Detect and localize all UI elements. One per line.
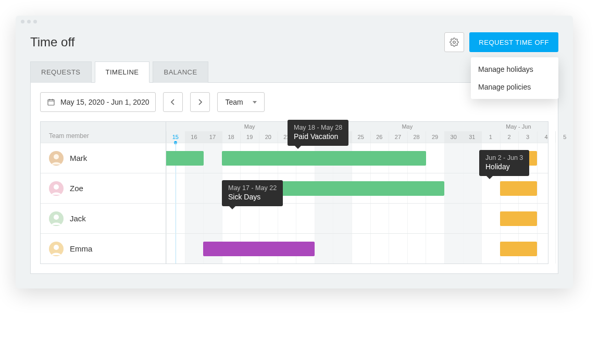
tab-balance[interactable]: BALANCE [153, 61, 208, 83]
header-actions: REQUEST TIME OFF Manage holidays Manage … [444, 32, 558, 52]
page-title: Time off [30, 35, 74, 49]
member-cell[interactable]: Mark [41, 143, 166, 173]
day-header-cell[interactable]: 19 [240, 131, 259, 143]
bars-cell: May 17 - May 22 Sick Days [166, 204, 548, 233]
app-window: Time off REQUEST TIME OFF Manage holiday… [16, 16, 573, 288]
svg-rect-1 [48, 99, 54, 105]
timeline-row: Jack May 17 - May 22 Sick Days [41, 203, 548, 233]
chevron-left-icon [170, 99, 176, 105]
member-column-header: Team member [41, 122, 166, 143]
chevron-right-icon [197, 99, 203, 105]
timeoff-bar[interactable] [166, 151, 204, 166]
avatar [49, 211, 64, 226]
grid-column [555, 143, 574, 263]
settings-dropdown: Manage holidays Manage policies [471, 57, 558, 99]
dates-header: MayMayMay - Jun 151617181920212223242526… [166, 122, 574, 143]
tooltip-paid-vacation: May 18 - May 28 Paid Vacation [288, 120, 348, 146]
tooltip-range: May 18 - May 28 [294, 124, 342, 131]
member-name: Zoe [70, 184, 83, 193]
window-chrome [16, 16, 573, 27]
svg-point-0 [453, 41, 456, 44]
day-header-cell[interactable]: 30 [444, 131, 463, 143]
menu-manage-holidays[interactable]: Manage holidays [471, 60, 558, 78]
svg-point-3 [54, 154, 59, 159]
chevron-down-icon [253, 101, 257, 104]
svg-point-7 [54, 215, 59, 220]
timeline-body: Mark May 18 - May 28 Paid Vacation [41, 143, 548, 263]
tooltip-label: Paid Vacation [294, 132, 342, 141]
menu-manage-policies[interactable]: Manage policies [471, 78, 558, 96]
page-header: Time off REQUEST TIME OFF Manage holiday… [16, 27, 573, 61]
timeline-grid: Team member MayMayMay - Jun 151617181920… [40, 121, 548, 264]
svg-point-9 [54, 245, 59, 250]
timeoff-bar[interactable] [500, 211, 537, 226]
day-header-cell[interactable]: 18 [222, 131, 241, 143]
day-header-cell[interactable]: 4 [537, 131, 556, 143]
day-header-cell[interactable]: 1 [481, 131, 500, 143]
timeline-row: Mark May 18 - May 28 Paid Vacation [41, 143, 548, 173]
window-dot [27, 20, 31, 23]
member-name: Jack [70, 214, 86, 223]
tooltip-sick-days: May 17 - May 22 Sick Days [222, 180, 283, 206]
member-cell[interactable]: Emma [41, 234, 166, 263]
day-header-cell[interactable]: 25 [352, 131, 370, 143]
gear-icon [450, 37, 459, 47]
tab-timeline[interactable]: TIMELINE [95, 61, 150, 83]
scope-label: Team [225, 98, 243, 106]
svg-point-5 [54, 184, 59, 190]
tooltip-label: Holiday [485, 162, 523, 171]
timeoff-bar[interactable] [222, 151, 426, 166]
day-header-cell[interactable]: 15 [166, 131, 185, 143]
timeoff-bar[interactable] [203, 242, 315, 256]
day-header-cell[interactable]: 2 [500, 131, 519, 143]
member-name: Emma [70, 244, 92, 253]
date-range-picker[interactable]: May 15, 2020 - Jun 1, 2020 [40, 92, 156, 112]
avatar [49, 181, 64, 196]
day-header-cell[interactable]: 20 [259, 131, 278, 143]
month-group-label: May - Jun [481, 123, 555, 130]
month-group-label: May [333, 123, 481, 130]
tooltip-range: May 17 - May 22 [228, 184, 277, 192]
avatar [49, 151, 64, 166]
member-name: Mark [70, 154, 87, 162]
tab-requests[interactable]: REQUESTS [30, 61, 92, 83]
day-header-cell[interactable]: 5 [555, 131, 574, 143]
scope-select[interactable]: Team [217, 92, 264, 112]
day-header-cell[interactable]: 17 [203, 131, 222, 143]
timeoff-bar[interactable] [500, 181, 537, 196]
timeline-row: Emma [41, 233, 548, 263]
timeline-row: Zoe Jun 2 - Jun 3 Holiday [41, 173, 548, 203]
prev-period-button[interactable] [163, 92, 183, 112]
next-period-button[interactable] [190, 92, 210, 112]
day-header-cell[interactable]: 27 [389, 131, 407, 143]
day-header-cell[interactable]: 31 [463, 131, 482, 143]
day-header-cell[interactable]: 26 [370, 131, 389, 143]
tooltip-range: Jun 2 - Jun 3 [485, 154, 523, 161]
calendar-icon [47, 98, 55, 106]
day-header-cell[interactable]: 3 [518, 131, 537, 143]
member-cell[interactable]: Jack [41, 204, 166, 233]
tooltip-label: Sick Days [228, 193, 277, 201]
day-header-cell[interactable]: 28 [407, 131, 426, 143]
member-cell[interactable]: Zoe [41, 173, 166, 203]
avatar [49, 242, 64, 256]
day-header-cell[interactable]: 29 [426, 131, 444, 143]
bars-cell [166, 234, 548, 263]
timeline-panel: May 15, 2020 - Jun 1, 2020 Team Team mem… [30, 82, 558, 274]
window-dot [21, 20, 24, 23]
date-range-label: May 15, 2020 - Jun 1, 2020 [60, 98, 149, 106]
request-time-off-button[interactable]: REQUEST TIME OFF [469, 32, 558, 52]
tooltip-holiday: Jun 2 - Jun 3 Holiday [479, 150, 529, 176]
timeoff-bar[interactable] [500, 242, 537, 256]
day-header-cell[interactable]: 16 [185, 131, 204, 143]
window-dot [33, 20, 37, 23]
settings-button[interactable] [444, 32, 464, 52]
